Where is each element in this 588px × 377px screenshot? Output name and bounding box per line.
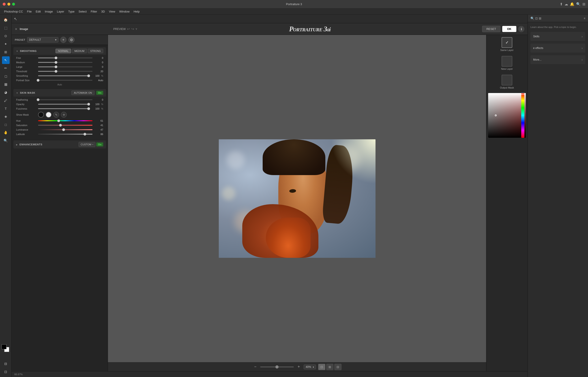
same-layer-option[interactable]: ✓ Same Layer (486, 35, 527, 54)
redo-btn[interactable]: ↪ (131, 27, 134, 31)
menu-type[interactable]: Type (66, 9, 76, 14)
view-split-btn[interactable]: ⊞ (326, 364, 333, 370)
hue-strip[interactable] (521, 93, 525, 138)
hue-slider[interactable] (38, 120, 92, 121)
zoom-value-select[interactable]: 40% ▾ (304, 365, 316, 369)
quick-mask-tool[interactable]: ⊟ (2, 360, 10, 368)
opacity-slider[interactable] (38, 104, 89, 105)
large-slider[interactable] (38, 66, 92, 67)
menu-window[interactable]: Window (117, 9, 131, 14)
menu-photoshop[interactable]: Photoshop CC (2, 9, 25, 14)
dodge-tool[interactable]: ◕ (2, 89, 10, 96)
same-layer-checkbox[interactable]: ✓ (501, 37, 512, 48)
color-picker-cursor[interactable] (495, 115, 497, 116)
fuzziness-slider[interactable] (38, 108, 89, 109)
home-tool[interactable]: 🏠 (2, 16, 10, 24)
maximize-button[interactable] (12, 3, 15, 6)
new-layer-checkbox[interactable] (501, 56, 512, 67)
gradient-tool[interactable]: ▦ (2, 81, 10, 88)
close-panel-icon[interactable]: ✕ (15, 27, 17, 31)
hand-tool[interactable]: 🤚 (2, 129, 10, 136)
smoothing-slider[interactable] (38, 75, 89, 76)
search-icon[interactable]: 🔍 (576, 2, 581, 6)
menu-layer[interactable]: Layer (55, 9, 66, 14)
ps-more-icon[interactable]: ≡ (584, 17, 585, 20)
view-compare-btn[interactable]: ⊟ (334, 364, 341, 370)
view-single-btn[interactable]: ⊡ (318, 364, 325, 370)
mask-black-swatch[interactable] (38, 112, 44, 118)
smoothing-strong-btn[interactable]: STRONG (88, 49, 103, 53)
ps-expand-icon[interactable]: ⊞ (539, 17, 541, 20)
enhancements-on-badge[interactable]: On (96, 142, 103, 146)
smoothing-normal-btn[interactable]: NORMAL (56, 49, 71, 53)
fuzziness-thumb[interactable] (87, 107, 90, 110)
path-select-tool[interactable]: ◈ (2, 113, 10, 120)
menu-help[interactable]: Help (132, 9, 141, 14)
custom-dropdown[interactable]: CUSTOM ▾ (79, 142, 95, 147)
ps-more-item[interactable]: More... › (530, 55, 585, 64)
menu-filter[interactable]: Filter (89, 9, 99, 14)
feathering-thumb[interactable] (37, 98, 39, 101)
luminance-slider[interactable] (38, 129, 92, 130)
preset-dropdown[interactable]: DEFAULT ▾ (27, 37, 58, 43)
fine-thumb[interactable] (55, 57, 57, 59)
menu-edit[interactable]: Edit (34, 9, 43, 14)
preset-settings-button[interactable]: ⚙ (68, 37, 75, 43)
menu-file[interactable]: File (25, 9, 34, 14)
ps-search-icon[interactable]: 🔍 (530, 17, 534, 20)
notifications-icon[interactable]: 🔔 (570, 2, 574, 6)
threshold-thumb[interactable] (55, 70, 57, 73)
new-layer-option[interactable]: New Layer (486, 54, 527, 72)
output-mask-option[interactable]: Output Mask (486, 72, 527, 91)
color-gradient-picker[interactable] (488, 93, 526, 138)
creative-cloud-icon[interactable]: ☁ (564, 2, 568, 6)
preview-dropdown[interactable]: ▾ (136, 27, 137, 31)
zoom-thumb[interactable] (275, 365, 278, 368)
move-tool[interactable]: ↖ (2, 56, 10, 64)
ps-effects-item[interactable]: e effects › (530, 44, 585, 53)
medium-thumb[interactable] (55, 61, 57, 64)
menu-view[interactable]: View (107, 9, 117, 14)
skin-mask-on-badge[interactable]: On (96, 91, 103, 95)
opacity-thumb[interactable] (87, 103, 90, 106)
zoom-slider[interactable] (260, 366, 294, 367)
eraser-tool[interactable]: ◻ (2, 72, 10, 80)
fine-slider[interactable] (38, 58, 92, 58)
zoom-plus-btn[interactable]: + (296, 365, 301, 369)
share-icon[interactable]: ⬆ (560, 2, 563, 6)
foreground-color[interactable] (1, 344, 6, 349)
close-button[interactable] (3, 3, 6, 6)
smoothing-header[interactable]: SMOOTHING NORMAL MEDIUM STRONG (13, 47, 106, 55)
ps-layout-icon[interactable]: ⊡ (535, 17, 538, 20)
paintbrush-tool[interactable]: ✏ (2, 64, 10, 72)
medium-slider[interactable] (38, 62, 92, 63)
saturation-slider[interactable] (38, 125, 92, 126)
feathering-slider[interactable] (38, 99, 92, 100)
large-thumb[interactable] (55, 66, 57, 68)
mask-white-swatch[interactable] (46, 112, 51, 118)
smoothing-thumb[interactable] (87, 74, 90, 77)
automask-button[interactable]: AUTOMASK ON (71, 91, 95, 95)
threshold-slider[interactable] (38, 71, 92, 72)
skin-mask-header[interactable]: SKIN MASK AUTOMASK ON On (13, 89, 106, 97)
ps-skills-item[interactable]: Skills › (530, 32, 585, 41)
portrait-size-thumb[interactable] (37, 79, 39, 82)
ok-button[interactable]: OK (502, 26, 517, 32)
smoothing-medium-btn[interactable]: MEDIUM (72, 49, 87, 53)
preset-add-button[interactable]: + (60, 37, 66, 43)
saturation-thumb[interactable] (59, 124, 62, 127)
menu-select[interactable]: Select (77, 9, 88, 14)
hue-thumb[interactable] (57, 119, 60, 122)
pen-tool[interactable]: 🖊 (2, 97, 10, 104)
reset-button[interactable]: RESET (482, 26, 500, 32)
info-button[interactable]: ℹ (518, 26, 525, 32)
window-controls-icon[interactable]: ⊞ (582, 2, 585, 6)
hue-cursor[interactable] (521, 93, 525, 95)
latitude-slider[interactable] (38, 134, 92, 135)
menu-image[interactable]: Image (43, 9, 55, 14)
portrait-size-slider[interactable] (38, 80, 92, 81)
zoom-minus-btn[interactable]: − (252, 365, 258, 369)
menu-3d[interactable]: 3D (100, 9, 107, 14)
screen-mode-tool[interactable]: ⊡ (2, 368, 10, 376)
mask-dropper-tool[interactable]: ✛ (61, 112, 67, 118)
